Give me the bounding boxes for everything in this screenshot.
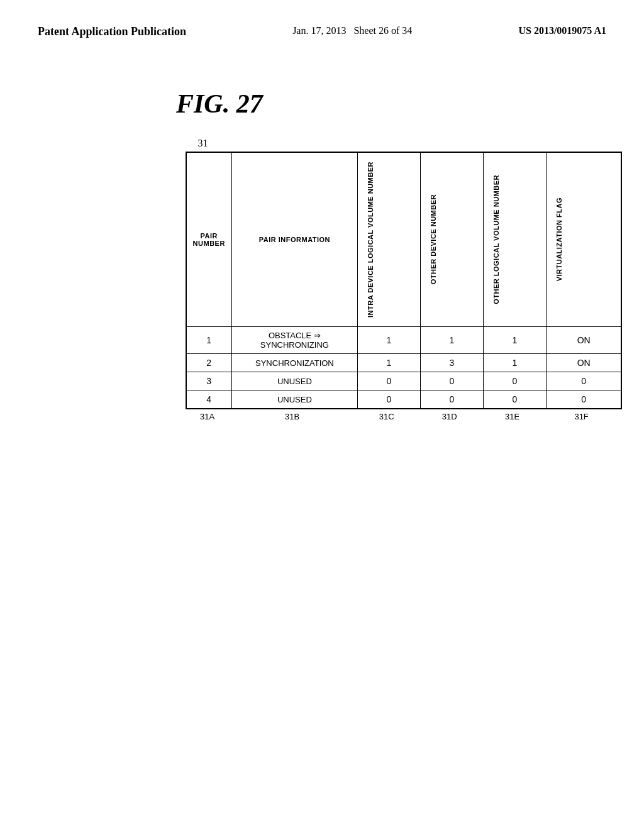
table-row: 2SYNCHRONIZATION131ON	[186, 354, 622, 372]
col-header-other-logical: OTHER LOGICAL VOLUME NUMBER	[483, 152, 546, 327]
data-table: PAIR NUMBER PAIR INFORMATION INTRA DEVIC…	[186, 152, 623, 409]
cell-other-device: 0	[420, 390, 483, 409]
cell-virt-flag: ON	[546, 354, 621, 372]
cell-other-logical: 1	[483, 327, 546, 354]
cell-pair-number: 4	[186, 390, 232, 409]
cell-virt-flag: 0	[546, 390, 621, 409]
main-content: FIG. 27 31 PAIR NUMBER PAIR INFORMATION …	[0, 51, 644, 421]
bottom-ref-labels: 31A 31B 31C 31D 31E 31F	[186, 412, 623, 421]
table-row: 1OBSTACLE ⇒ SYNCHRONIZING111ON	[186, 327, 622, 354]
cell-virt-flag: ON	[546, 327, 621, 354]
cell-pair-info: OBSTACLE ⇒ SYNCHRONIZING	[231, 327, 357, 354]
table-wrapper: PAIR NUMBER PAIR INFORMATION INTRA DEVIC…	[186, 152, 623, 421]
table-header-row: PAIR NUMBER PAIR INFORMATION INTRA DEVIC…	[186, 152, 622, 327]
col-header-pair-number: PAIR NUMBER	[186, 152, 232, 327]
ref-number-31: 31	[198, 138, 208, 149]
cell-other-device: 3	[420, 354, 483, 372]
publication-number: US 2013/0019075 A1	[518, 25, 606, 36]
cell-other-logical: 0	[483, 372, 546, 390]
cell-pair-info: UNUSED	[231, 390, 357, 409]
ref-31c: 31C	[355, 412, 418, 421]
ref-31a: 31A	[186, 412, 230, 421]
col-header-pair-info: PAIR INFORMATION	[231, 152, 357, 327]
col-header-other-device: OTHER DEVICE NUMBER	[420, 152, 483, 327]
ref-31f: 31F	[544, 412, 619, 421]
cell-other-logical: 1	[483, 354, 546, 372]
figure-label: FIG. 27	[176, 89, 263, 119]
ref-31d: 31D	[418, 412, 481, 421]
cell-intra-device: 0	[357, 372, 420, 390]
publication-title: Patent Application Publication	[38, 25, 186, 38]
col-header-intra: INTRA DEVICE LOGICAL VOLUME NUMBER	[357, 152, 420, 327]
cell-intra-device: 1	[357, 354, 420, 372]
col-header-virt-flag-text: VIRTUALIZATION FLAG	[553, 192, 565, 286]
cell-pair-number: 3	[186, 372, 232, 390]
cell-other-device: 0	[420, 372, 483, 390]
cell-intra-device: 0	[357, 390, 420, 409]
ref-31e: 31E	[481, 412, 544, 421]
cell-pair-info: UNUSED	[231, 372, 357, 390]
page-header: Patent Application Publication Jan. 17, …	[0, 0, 644, 51]
col-header-intra-text: INTRA DEVICE LOGICAL VOLUME NUMBER	[364, 157, 377, 323]
col-header-virt-flag: VIRTUALIZATION FLAG	[546, 152, 621, 327]
diagram-container: 31 PAIR NUMBER PAIR INFORMATION INTRA DE…	[186, 138, 623, 421]
cell-pair-number: 2	[186, 354, 232, 372]
cell-pair-info: SYNCHRONIZATION	[231, 354, 357, 372]
col-header-other-logical-text: OTHER LOGICAL VOLUME NUMBER	[490, 170, 502, 309]
table-row: 3UNUSED0000	[186, 372, 622, 390]
cell-other-logical: 0	[483, 390, 546, 409]
cell-other-device: 1	[420, 327, 483, 354]
publication-date: Jan. 17, 2013 Sheet 26 of 34	[292, 25, 412, 36]
table-row: 4UNUSED0000	[186, 390, 622, 409]
col-header-other-device-text: OTHER DEVICE NUMBER	[427, 189, 440, 289]
cell-intra-device: 1	[357, 327, 420, 354]
ref-31b: 31B	[230, 412, 355, 421]
cell-pair-number: 1	[186, 327, 232, 354]
cell-virt-flag: 0	[546, 372, 621, 390]
